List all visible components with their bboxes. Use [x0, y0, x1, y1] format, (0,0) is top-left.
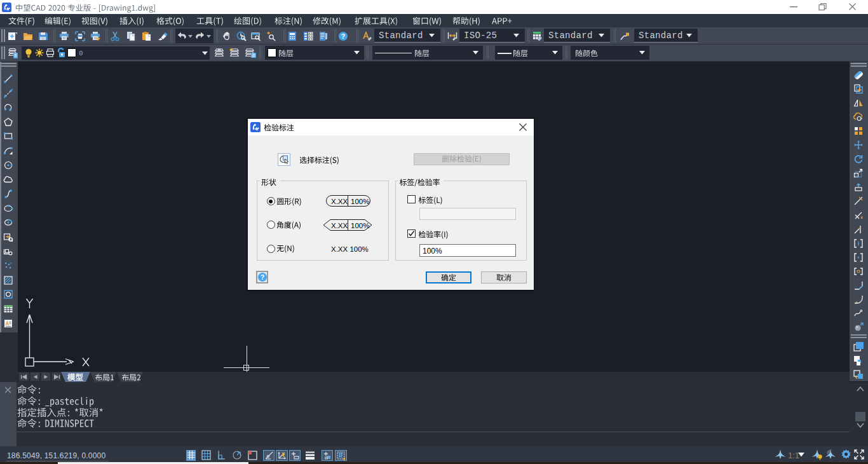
svg-text:?: ? — [341, 32, 345, 40]
svg-text:100%: 100% — [351, 222, 369, 229]
svg-text:?: ? — [260, 274, 264, 281]
svg-text:X.XX: X.XX — [331, 222, 348, 229]
svg-text:X.XX: X.XX — [331, 198, 348, 205]
svg-text:100%: 100% — [351, 198, 369, 205]
